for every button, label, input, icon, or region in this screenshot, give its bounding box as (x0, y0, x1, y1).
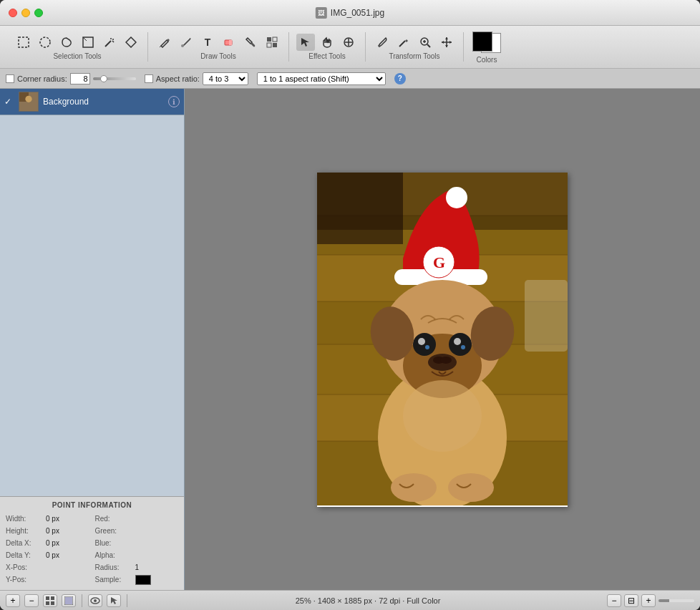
pencil-tool[interactable] (155, 34, 174, 51)
svg-point-21 (379, 45, 381, 47)
colors-label: Colors (477, 56, 497, 64)
constraint-select[interactable]: 1 to 1 aspect ratio (Shift) Free aspect … (257, 72, 386, 85)
svg-point-60 (413, 333, 436, 356)
ellipse-select-tool[interactable] (36, 34, 54, 51)
height-label: Height: (6, 526, 43, 537)
blue-label: Blue: (95, 538, 132, 549)
hand-tool[interactable] (318, 34, 336, 51)
zoom-fit-icon: ⊟ (628, 596, 635, 606)
pattern-tool[interactable] (263, 34, 281, 51)
minimize-button[interactable] (21, 9, 30, 17)
transform-tools-label: Transform Tools (389, 52, 439, 60)
svg-point-64 (425, 345, 429, 349)
select-arrow-tool[interactable] (296, 34, 315, 51)
corner-radius-option: Corner radius: (6, 73, 136, 84)
point-info-title: POINT INFORMATION (6, 501, 178, 509)
zoom-out-icon: − (611, 596, 616, 606)
svg-marker-31 (442, 41, 444, 44)
corner-radius-checkbox[interactable] (6, 74, 14, 83)
svg-point-68 (440, 357, 452, 364)
radius-label: Radius: (95, 562, 132, 573)
zoom-in-icon: + (646, 596, 651, 606)
grid-button[interactable] (43, 594, 57, 607)
pug-image: G (317, 173, 568, 505)
color-select-tool[interactable] (122, 34, 140, 51)
color-swatches[interactable] (471, 30, 502, 54)
eyedropper-tool[interactable] (373, 34, 392, 51)
svg-marker-30 (445, 45, 448, 47)
main-area: ✓ Background ℹ POINT INFORMATION Wi (0, 89, 700, 590)
height-row: Height: 0 px (6, 526, 89, 537)
deltax-row: Delta X: 0 px (6, 538, 89, 549)
lasso-tool[interactable] (57, 34, 76, 51)
radius-row: Radius: 1 (95, 562, 179, 573)
layers-panel: ✓ Background ℹ POINT INFORMATION Wi (0, 89, 185, 590)
selection-tools-group: Selection Tools (7, 32, 148, 62)
ypos-row: Y-Pos: (6, 574, 89, 586)
svg-rect-0 (19, 37, 29, 47)
svg-marker-17 (301, 38, 309, 47)
maximize-button[interactable] (34, 9, 43, 17)
svg-point-72 (448, 473, 494, 502)
svg-line-24 (427, 44, 430, 47)
remove-layer-button[interactable]: − (24, 594, 39, 607)
svg-rect-75 (46, 596, 49, 600)
marquee-tool[interactable] (14, 34, 33, 51)
fill-tool[interactable] (241, 34, 260, 51)
move-tool[interactable] (437, 34, 456, 51)
bottom-divider-1 (82, 594, 82, 607)
close-button[interactable] (9, 9, 17, 17)
zoom-in-button[interactable]: + (641, 594, 656, 607)
zoom-fit-button[interactable]: ⊟ (624, 594, 638, 607)
corner-radius-slider[interactable] (93, 77, 136, 80)
zoom-controls: − ⊟ + (607, 594, 694, 607)
green-row: Green: (95, 526, 179, 537)
svg-marker-83 (111, 597, 117, 604)
status-bar: 25% · 1408 × 1885 px · 72 dpi · Full Col… (133, 596, 603, 605)
svg-point-1 (40, 37, 50, 47)
aspect-ratio-checkbox[interactable] (145, 74, 153, 83)
deltax-value: 0 px (46, 538, 59, 549)
add-layer-button[interactable]: + (6, 594, 20, 607)
corner-radius-input[interactable] (70, 73, 90, 84)
file-icon: 🖼 (316, 7, 327, 19)
pointer-button[interactable] (107, 594, 121, 607)
svg-point-10 (181, 44, 184, 47)
color-picker-tool[interactable] (394, 34, 413, 51)
eye-icon (90, 596, 100, 605)
zoom-slider[interactable] (658, 599, 694, 602)
layer-visibility-check[interactable]: ✓ (4, 97, 14, 107)
image-button[interactable] (62, 594, 76, 607)
layer-info-button[interactable]: ℹ (168, 96, 180, 107)
layer-item-background[interactable]: ✓ Background ℹ (0, 89, 184, 115)
foreground-color-swatch[interactable] (472, 32, 492, 52)
wand-tool[interactable] (100, 34, 119, 51)
eraser-tool[interactable] (220, 34, 238, 51)
sample-swatch (135, 575, 151, 585)
aspect-ratio-select[interactable]: 4 to 3 1 to 1 16 to 9 (203, 72, 248, 85)
svg-marker-32 (449, 41, 452, 44)
transform-tools-icons (373, 34, 456, 51)
blue-row: Blue: (95, 538, 179, 549)
brush-tool[interactable] (177, 34, 195, 51)
text-tool[interactable]: T (198, 34, 217, 51)
canvas-area[interactable]: G (185, 89, 700, 590)
zoom-tool[interactable] (416, 34, 434, 51)
colors-group: Colors (464, 29, 510, 65)
app-window: 🖼 IMG_0051.jpg (0, 0, 700, 610)
svg-line-22 (399, 41, 405, 47)
titlebar: 🖼 IMG_0051.jpg (0, 0, 700, 26)
help-button[interactable]: ? (394, 73, 406, 84)
zoom-out-button[interactable]: − (607, 594, 621, 607)
svg-text:G: G (433, 253, 445, 271)
deltay-label: Delta Y: (6, 550, 43, 561)
view-button[interactable] (88, 594, 102, 607)
layers-content (0, 115, 184, 496)
traffic-lights (9, 9, 43, 17)
toolbar: Selection Tools T (0, 26, 700, 69)
clone-tool[interactable] (339, 34, 358, 51)
fuzzy-select-tool[interactable] (79, 34, 97, 51)
svg-point-71 (391, 473, 437, 502)
svg-rect-12 (229, 40, 232, 45)
options-bar: Corner radius: Aspect ratio: 4 to 3 1 to… (0, 69, 700, 89)
